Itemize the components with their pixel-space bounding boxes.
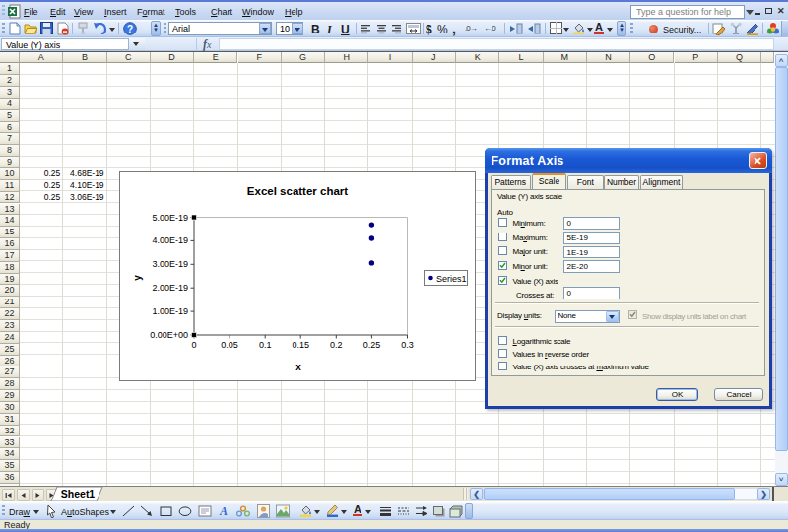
svg-text:?: ?: [127, 24, 133, 34]
svg-text:4.00E-19: 4.00E-19: [152, 235, 188, 245]
svg-text:y: y: [132, 275, 143, 281]
svg-text:0.25: 0.25: [363, 340, 381, 350]
svg-text:0.3: 0.3: [401, 340, 414, 350]
svg-text:0.05: 0.05: [221, 340, 238, 350]
svg-text:2.00E-19: 2.00E-19: [152, 283, 188, 293]
svg-text:5.00E-19: 5.00E-19: [152, 213, 188, 223]
svg-text:Series1: Series1: [436, 274, 467, 284]
svg-text:3.00E-19: 3.00E-19: [152, 259, 188, 269]
svg-text:0: 0: [191, 340, 196, 350]
svg-text:1.00E-19: 1.00E-19: [152, 306, 188, 316]
svg-text:0.2: 0.2: [330, 340, 343, 350]
svg-text:x: x: [296, 362, 301, 372]
svg-text:0.00E+00: 0.00E+00: [150, 330, 188, 340]
svg-text:0.1: 0.1: [259, 340, 272, 350]
svg-text:0.15: 0.15: [292, 340, 309, 350]
svg-text:Sheet1: Sheet1: [61, 488, 96, 499]
svg-text:Excel scatter chart: Excel scatter chart: [247, 185, 348, 197]
